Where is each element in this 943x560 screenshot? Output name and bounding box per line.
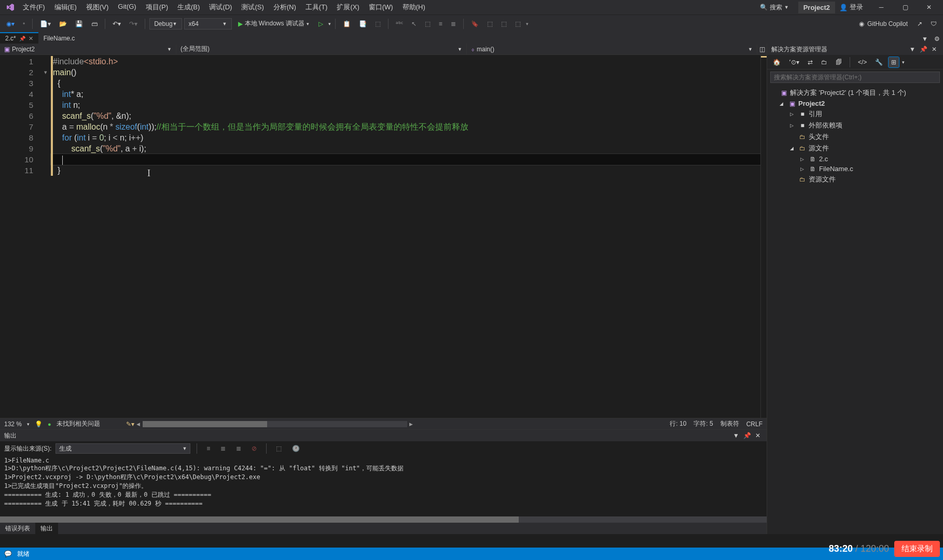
se-tool-4[interactable]: 🗐 (833, 57, 844, 67)
tree-row[interactable]: ▷■引用 (767, 108, 943, 120)
code-line[interactable]: { (51, 78, 760, 89)
code-area[interactable]: I #include<stdio.h>main() { int* a; int … (51, 55, 760, 418)
context-scope[interactable]: (全局范围) ▼ (176, 44, 467, 54)
tree-arrow-icon[interactable]: ▷ (800, 166, 807, 172)
tool-button-2[interactable]: ↖ (408, 18, 420, 30)
save-all-button[interactable]: 🗃 (88, 18, 101, 30)
tree-arrow-icon[interactable]: ▷ (790, 111, 796, 117)
se-pin-button[interactable]: 📌 (918, 45, 930, 54)
code-line[interactable]: int n; (51, 100, 760, 110)
config-dropdown[interactable]: Debug▼ (149, 18, 182, 30)
redo-button[interactable]: ↷▾ (126, 18, 141, 30)
tree-row[interactable]: ▷🗎2.c (767, 154, 943, 164)
se-tool-5[interactable]: </> (855, 57, 869, 67)
tool-button-7[interactable]: ⬚ (498, 18, 510, 30)
output-tool-3[interactable]: ≣ (233, 443, 244, 454)
se-tool-6[interactable]: 🔧 (872, 57, 885, 67)
step-button-2[interactable]: 📑 (356, 18, 370, 30)
output-tool-4[interactable]: ⊘ (248, 443, 260, 454)
step-button-1[interactable]: 📋 (340, 18, 354, 30)
tab-output[interactable]: 输出 (35, 523, 58, 535)
code-line[interactable]: scanf_s("%d", a + i); (51, 143, 760, 154)
step-button-3[interactable]: ⬚ (372, 18, 384, 30)
save-button[interactable]: 💾 (72, 18, 86, 30)
minimize-button[interactable]: ─ (869, 0, 893, 15)
menu-item[interactable]: 文件(F) (19, 1, 49, 14)
new-item-button[interactable]: 📄▾ (37, 18, 54, 30)
editor-hscrollbar[interactable]: ◀ ▶ (143, 421, 407, 427)
search-box[interactable]: 🔍 搜索 ▼ (756, 1, 793, 14)
se-tool-2[interactable]: ⇄ (805, 57, 815, 67)
tree-row[interactable]: ▣解决方案 'Project2' (1 个项目，共 1 个) (767, 87, 943, 99)
code-line[interactable]: scanf_s("%d", &n); (51, 110, 760, 121)
menu-item[interactable]: 分析(N) (269, 1, 300, 14)
tool-button-8[interactable]: ⬚ (512, 18, 524, 30)
menu-item[interactable]: 编辑(E) (50, 1, 81, 14)
tool-button-3[interactable]: ⬚ (422, 18, 434, 30)
code-line[interactable]: #include<stdio.h> (51, 56, 760, 67)
context-project[interactable]: ▣ Project2 ▼ (0, 45, 176, 54)
se-tool-3[interactable]: 🗀 (819, 57, 830, 67)
scroll-overview[interactable] (760, 55, 767, 418)
menu-item[interactable]: 项目(P) (142, 1, 172, 14)
se-close-button[interactable]: ✕ (930, 45, 939, 54)
menu-item[interactable]: 扩展(X) (332, 1, 363, 14)
output-hscrollbar[interactable] (0, 516, 767, 523)
nav-fwd-button[interactable]: • (20, 18, 28, 30)
output-source-dropdown[interactable]: 生成 ▼ (56, 443, 190, 454)
fold-column[interactable]: ▾ (40, 55, 51, 418)
solution-tree[interactable]: ▣解决方案 'Project2' (1 个项目，共 1 个)◢▣Project2… (767, 85, 943, 187)
code-line[interactable]: main() (51, 67, 760, 78)
tree-row[interactable]: 🗀资源文件 (767, 174, 943, 185)
code-line[interactable]: for (int i = 0; i < n; i++) (51, 132, 760, 143)
brush-icon[interactable]: ✎▾ (126, 421, 134, 428)
menu-item[interactable]: 生成(B) (173, 1, 204, 14)
menu-item[interactable]: Git(G) (114, 1, 140, 14)
maximize-button[interactable]: ▢ (893, 0, 917, 15)
indent-mode[interactable]: 制表符 (720, 419, 739, 428)
code-line[interactable] (51, 154, 760, 165)
menu-item[interactable]: 帮助(H) (398, 1, 429, 14)
lightbulb-icon[interactable]: 💡 (35, 421, 43, 428)
tree-arrow-icon[interactable]: ◢ (780, 101, 786, 106)
code-line[interactable]: int* a; (51, 89, 760, 100)
tool-button-1[interactable]: ᵃᵇᶜ (393, 18, 406, 30)
panel-dropdown-button[interactable]: ▼ (731, 431, 741, 440)
bookmark-button[interactable]: 🔖 (468, 18, 482, 30)
tool-button-6[interactable]: ⬚ (484, 18, 496, 30)
platform-dropdown[interactable]: x64▼ (184, 18, 232, 30)
panel-pin-button[interactable]: 📌 (741, 431, 753, 440)
nav-back-button[interactable]: ◉▾ (3, 18, 18, 30)
solution-name[interactable]: Project2 (798, 2, 835, 13)
output-content[interactable]: 1>FileName.c 1>D:\python程序\c\Project2\Pr… (0, 456, 767, 516)
panel-close-button[interactable]: ✕ (753, 431, 762, 440)
close-icon[interactable]: ✕ (29, 35, 33, 42)
issues-label[interactable]: 未找到相关问题 (57, 419, 100, 428)
tree-arrow-icon[interactable]: ◢ (790, 146, 796, 151)
tree-row[interactable]: ◢▣Project2 (767, 99, 943, 108)
split-editor-button[interactable]: ◫ (757, 46, 767, 53)
se-dropdown-button[interactable]: ▼ (907, 45, 918, 54)
code-line[interactable]: } (51, 165, 760, 176)
menu-item[interactable]: 测试(S) (237, 1, 268, 14)
pin-icon[interactable]: 📌 (19, 36, 25, 41)
se-home-button[interactable]: 🏠 (770, 57, 783, 67)
share-button[interactable]: ↗ (914, 18, 925, 30)
output-tool-1[interactable]: ≡ (203, 443, 213, 454)
se-search-input[interactable] (770, 72, 940, 83)
run-no-debug-button[interactable]: ▷ (315, 18, 326, 30)
context-member[interactable]: ⬨ main() ▼ (467, 45, 757, 54)
output-tool-6[interactable]: 🕐 (289, 443, 303, 454)
document-tab[interactable]: FileName.c (38, 33, 80, 44)
eol-mode[interactable]: CRLF (746, 421, 762, 428)
run-button[interactable]: ▶ 本地 Windows 调试器 ▾ (234, 17, 313, 30)
admin-button[interactable]: 🛡 (927, 18, 940, 30)
tree-arrow-icon[interactable]: ▷ (800, 157, 807, 162)
tabs-settings-button[interactable]: ⚙ (931, 34, 943, 44)
copilot-button[interactable]: ◉ GitHub Copilot (855, 18, 912, 30)
tree-row[interactable]: ▷■外部依赖项 (767, 120, 943, 131)
zoom-level[interactable]: 132 % (4, 421, 22, 428)
menu-item[interactable]: 视图(V) (82, 1, 113, 14)
menu-item[interactable]: 工具(T) (301, 1, 332, 14)
document-tab[interactable]: 2.c*📌✕ (0, 32, 38, 44)
